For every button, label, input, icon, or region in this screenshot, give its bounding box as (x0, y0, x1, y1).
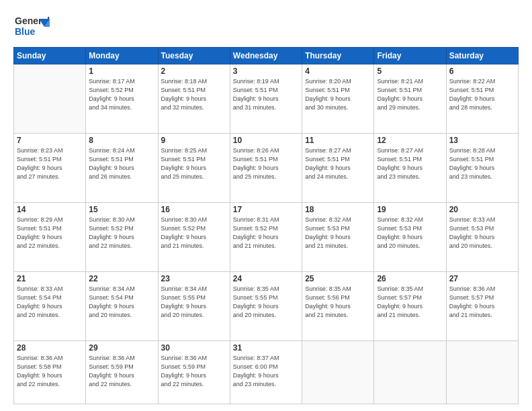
calendar-cell: 2Sunrise: 8:18 AM Sunset: 5:51 PM Daylig… (158, 64, 230, 134)
day-info: Sunrise: 8:29 AM Sunset: 5:51 PM Dayligh… (17, 216, 83, 250)
day-number: 5 (377, 66, 443, 76)
day-info: Sunrise: 8:18 AM Sunset: 5:51 PM Dayligh… (161, 77, 227, 112)
calendar-table: SundayMondayTuesdayWednesdayThursdayFrid… (13, 47, 519, 404)
calendar-cell (302, 340, 374, 404)
day-info: Sunrise: 8:32 AM Sunset: 5:53 PM Dayligh… (377, 216, 443, 250)
calendar-week-row: 7Sunrise: 8:23 AM Sunset: 5:51 PM Daylig… (14, 133, 519, 202)
day-info: Sunrise: 8:17 AM Sunset: 5:52 PM Dayligh… (89, 77, 154, 112)
calendar-cell: 29Sunrise: 8:36 AM Sunset: 5:59 PM Dayli… (86, 340, 158, 404)
calendar-day-header: Thursday (302, 48, 374, 64)
calendar-cell: 8Sunrise: 8:24 AM Sunset: 5:51 PM Daylig… (86, 133, 158, 202)
calendar-day-header: Friday (374, 48, 446, 64)
day-number: 31 (233, 343, 299, 353)
day-info: Sunrise: 8:36 AM Sunset: 5:58 PM Dayligh… (17, 354, 83, 389)
calendar-day-header: Saturday (446, 48, 518, 64)
day-number: 20 (449, 205, 515, 214)
calendar-week-row: 14Sunrise: 8:29 AM Sunset: 5:51 PM Dayli… (14, 202, 519, 271)
day-info: Sunrise: 8:34 AM Sunset: 5:55 PM Dayligh… (161, 285, 227, 320)
day-info: Sunrise: 8:36 AM Sunset: 5:59 PM Dayligh… (161, 354, 227, 389)
day-number: 21 (17, 274, 83, 283)
calendar-week-row: 21Sunrise: 8:33 AM Sunset: 5:54 PM Dayli… (14, 271, 519, 340)
day-info: Sunrise: 8:25 AM Sunset: 5:51 PM Dayligh… (161, 146, 227, 181)
day-info: Sunrise: 8:20 AM Sunset: 5:51 PM Dayligh… (305, 77, 371, 112)
day-info: Sunrise: 8:26 AM Sunset: 5:51 PM Dayligh… (233, 146, 299, 181)
day-number: 22 (89, 274, 154, 283)
day-number: 3 (233, 66, 299, 76)
day-number: 1 (89, 66, 154, 76)
day-number: 19 (377, 205, 443, 214)
calendar-cell: 13Sunrise: 8:28 AM Sunset: 5:51 PM Dayli… (446, 133, 518, 202)
svg-text:Blue: Blue (15, 26, 36, 37)
day-number: 2 (161, 66, 227, 76)
calendar-cell: 19Sunrise: 8:32 AM Sunset: 5:53 PM Dayli… (374, 202, 446, 271)
day-info: Sunrise: 8:22 AM Sunset: 5:51 PM Dayligh… (449, 77, 515, 112)
calendar-cell: 30Sunrise: 8:36 AM Sunset: 5:59 PM Dayli… (158, 340, 230, 404)
calendar-cell: 9Sunrise: 8:25 AM Sunset: 5:51 PM Daylig… (158, 133, 230, 202)
calendar-header-row: SundayMondayTuesdayWednesdayThursdayFrid… (14, 48, 519, 64)
header: General Blue (13, 12, 519, 42)
calendar-cell: 20Sunrise: 8:33 AM Sunset: 5:53 PM Dayli… (446, 202, 518, 271)
day-info: Sunrise: 8:21 AM Sunset: 5:51 PM Dayligh… (377, 77, 443, 112)
calendar-cell: 28Sunrise: 8:36 AM Sunset: 5:58 PM Dayli… (14, 340, 86, 404)
day-info: Sunrise: 8:37 AM Sunset: 6:00 PM Dayligh… (233, 354, 299, 389)
calendar-cell: 16Sunrise: 8:30 AM Sunset: 5:52 PM Dayli… (158, 202, 230, 271)
calendar-cell: 12Sunrise: 8:27 AM Sunset: 5:51 PM Dayli… (374, 133, 446, 202)
day-number: 10 (233, 136, 299, 145)
day-info: Sunrise: 8:30 AM Sunset: 5:52 PM Dayligh… (89, 216, 154, 250)
day-number: 17 (233, 205, 299, 214)
calendar-day-header: Sunday (14, 48, 86, 64)
calendar-cell: 25Sunrise: 8:35 AM Sunset: 5:56 PM Dayli… (302, 271, 374, 340)
day-info: Sunrise: 8:27 AM Sunset: 5:51 PM Dayligh… (377, 146, 443, 181)
calendar-cell: 26Sunrise: 8:35 AM Sunset: 5:57 PM Dayli… (374, 271, 446, 340)
day-info: Sunrise: 8:35 AM Sunset: 5:55 PM Dayligh… (233, 285, 299, 320)
logo-icon: General Blue (13, 12, 50, 42)
day-info: Sunrise: 8:19 AM Sunset: 5:51 PM Dayligh… (233, 77, 299, 112)
day-number: 9 (161, 136, 227, 145)
day-number: 29 (89, 343, 154, 353)
day-number: 16 (161, 205, 227, 214)
calendar-cell (446, 340, 518, 404)
calendar-cell: 6Sunrise: 8:22 AM Sunset: 5:51 PM Daylig… (446, 64, 518, 134)
page: General Blue SundayMondayTuesdayWednesda… (0, 0, 532, 411)
calendar-cell: 1Sunrise: 8:17 AM Sunset: 5:52 PM Daylig… (86, 64, 158, 134)
calendar-cell: 27Sunrise: 8:36 AM Sunset: 5:57 PM Dayli… (446, 271, 518, 340)
day-info: Sunrise: 8:31 AM Sunset: 5:52 PM Dayligh… (233, 216, 299, 250)
day-number: 14 (17, 205, 83, 214)
day-info: Sunrise: 8:36 AM Sunset: 5:59 PM Dayligh… (89, 354, 154, 389)
day-info: Sunrise: 8:32 AM Sunset: 5:53 PM Dayligh… (305, 216, 371, 250)
day-number: 11 (305, 136, 371, 145)
day-info: Sunrise: 8:23 AM Sunset: 5:51 PM Dayligh… (17, 146, 83, 181)
day-number: 23 (161, 274, 227, 283)
calendar-cell (14, 64, 86, 134)
day-info: Sunrise: 8:35 AM Sunset: 5:57 PM Dayligh… (377, 285, 443, 320)
day-number: 8 (89, 136, 154, 145)
day-info: Sunrise: 8:36 AM Sunset: 5:57 PM Dayligh… (449, 285, 515, 320)
calendar-day-header: Monday (86, 48, 158, 64)
calendar-cell: 31Sunrise: 8:37 AM Sunset: 6:00 PM Dayli… (230, 340, 302, 404)
day-number: 15 (89, 205, 154, 214)
calendar-cell: 5Sunrise: 8:21 AM Sunset: 5:51 PM Daylig… (374, 64, 446, 134)
day-info: Sunrise: 8:27 AM Sunset: 5:51 PM Dayligh… (305, 146, 371, 181)
calendar-cell: 7Sunrise: 8:23 AM Sunset: 5:51 PM Daylig… (14, 133, 86, 202)
calendar-cell: 24Sunrise: 8:35 AM Sunset: 5:55 PM Dayli… (230, 271, 302, 340)
day-number: 7 (17, 136, 83, 145)
logo: General Blue (13, 12, 50, 42)
day-number: 12 (377, 136, 443, 145)
day-number: 18 (305, 205, 371, 214)
calendar-cell: 23Sunrise: 8:34 AM Sunset: 5:55 PM Dayli… (158, 271, 230, 340)
calendar-cell: 21Sunrise: 8:33 AM Sunset: 5:54 PM Dayli… (14, 271, 86, 340)
day-number: 4 (305, 66, 371, 76)
calendar-cell: 18Sunrise: 8:32 AM Sunset: 5:53 PM Dayli… (302, 202, 374, 271)
calendar-cell: 15Sunrise: 8:30 AM Sunset: 5:52 PM Dayli… (86, 202, 158, 271)
calendar-cell: 4Sunrise: 8:20 AM Sunset: 5:51 PM Daylig… (302, 64, 374, 134)
day-number: 30 (161, 343, 227, 353)
day-info: Sunrise: 8:33 AM Sunset: 5:53 PM Dayligh… (449, 216, 515, 250)
calendar-cell: 22Sunrise: 8:34 AM Sunset: 5:54 PM Dayli… (86, 271, 158, 340)
calendar-cell: 3Sunrise: 8:19 AM Sunset: 5:51 PM Daylig… (230, 64, 302, 134)
calendar-week-row: 1Sunrise: 8:17 AM Sunset: 5:52 PM Daylig… (14, 64, 519, 134)
day-info: Sunrise: 8:34 AM Sunset: 5:54 PM Dayligh… (89, 285, 154, 320)
day-number: 26 (377, 274, 443, 283)
calendar-cell: 11Sunrise: 8:27 AM Sunset: 5:51 PM Dayli… (302, 133, 374, 202)
day-number: 6 (449, 66, 515, 76)
day-info: Sunrise: 8:35 AM Sunset: 5:56 PM Dayligh… (305, 285, 371, 320)
